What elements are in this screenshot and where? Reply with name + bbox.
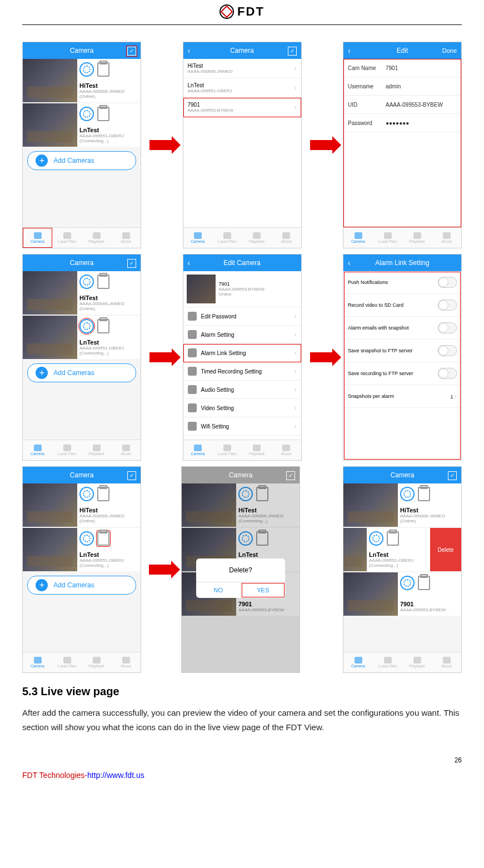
dialog-no-button[interactable]: NO — [196, 582, 241, 598]
playback-icon — [253, 232, 261, 239]
screen-camera-picker: ‹ Camera ✓ HiTestAAAA-000066-JNMED› LnTe… — [183, 42, 302, 248]
tab-playback[interactable]: Playback — [242, 228, 272, 248]
tab-playback[interactable]: Playback — [402, 228, 432, 248]
settings-item[interactable]: Alarm Setting› — [183, 326, 301, 344]
add-cameras-button[interactable]: +Add Cameras — [27, 151, 136, 170]
gear-icon[interactable] — [79, 62, 94, 77]
toggle-row: Save snapshot to FTP server — [343, 340, 461, 362]
flow-row-3: Camera✓ HiTestAAAA-000066-JNMED(Online) … — [22, 466, 462, 673]
username-input[interactable]: admin — [386, 83, 457, 89]
screen-camera-list: Camera ✓ HiTestAAAA-000066-JNMED(Online)… — [22, 42, 141, 248]
trash-icon[interactable] — [97, 487, 109, 501]
arrow-icon — [310, 140, 335, 150]
form-row: Cam Name7901 — [343, 59, 461, 77]
screen-swipe-delete: Camera✓ HiTestAAAA-000066-JNMED(Online) … — [343, 466, 462, 673]
swipe-delete-button[interactable]: Delete — [430, 528, 461, 571]
trash-icon[interactable] — [97, 319, 109, 333]
playback-icon — [93, 232, 101, 239]
back-button[interactable]: ‹ — [348, 258, 365, 267]
about-icon — [122, 232, 130, 239]
tab-local-files[interactable]: Local Files — [213, 228, 242, 248]
dialog-overlay: Delete? NOYES — [182, 483, 300, 672]
toggle-switch[interactable] — [438, 300, 457, 311]
settings-item[interactable]: Alarm Link Setting› — [183, 344, 301, 362]
password-input[interactable]: ●●●●●●● — [386, 120, 457, 126]
settings-item[interactable]: Video Setting› — [183, 399, 301, 417]
camera-card[interactable]: LnTestAAAA-099551-OBERJ(Connecting...) — [23, 316, 141, 359]
trash-icon[interactable] — [418, 487, 430, 501]
bell-icon — [188, 348, 197, 357]
tab-playback[interactable]: Playback — [82, 228, 111, 248]
trash-icon[interactable] — [97, 62, 109, 77]
tab-camera[interactable]: Camera — [23, 228, 52, 248]
wifi-icon — [188, 422, 197, 431]
trash-icon[interactable] — [97, 531, 109, 546]
tab-local-files[interactable]: Local Files — [52, 228, 82, 248]
tab-about[interactable]: About — [111, 228, 141, 248]
toggle-switch[interactable] — [438, 322, 457, 333]
trash-icon[interactable] — [418, 576, 430, 590]
tab-bar: Camera Local Files Playback About — [23, 227, 141, 248]
tab-about[interactable]: About — [432, 228, 461, 248]
list-item[interactable]: 7901AAAA-099553-BYBEW› — [183, 98, 301, 117]
edit-toggle-icon[interactable]: ✓ — [288, 47, 297, 56]
trash-icon[interactable] — [387, 531, 399, 546]
cam-name-input[interactable]: 7901 — [386, 65, 457, 71]
trash-icon[interactable] — [97, 275, 109, 289]
back-button[interactable]: ‹ — [188, 258, 204, 267]
chevron-right-icon: › — [295, 64, 297, 72]
done-button[interactable]: Done — [440, 47, 457, 54]
add-cameras-button[interactable]: +Add Cameras — [27, 576, 136, 595]
page-footer: FDT Technologies-http://www.fdt.us 26 — [0, 734, 484, 796]
edit-toggle-icon[interactable]: ✓ — [127, 259, 136, 268]
value-row[interactable]: Snapshots per alarm1 › — [343, 385, 461, 408]
add-cameras-button[interactable]: +Add Cameras — [27, 363, 136, 382]
camera-thumbnail — [187, 275, 216, 303]
list-item[interactable]: LnTestAAAA-099551-OBERJ› — [183, 78, 301, 98]
tab-bar: Camera Local Files Playback About — [183, 227, 301, 248]
edit-toggle-icon[interactable]: ✓ — [127, 471, 136, 480]
camera-card[interactable]: LnTestAAAA-099551-OBERJ(Connecting...) — [23, 103, 141, 147]
edit-toggle-icon[interactable]: ✓ — [127, 47, 136, 56]
toggle-switch[interactable] — [438, 277, 457, 288]
footer-url[interactable]: http://www.fdt.us — [87, 771, 144, 780]
camera-icon — [355, 232, 362, 239]
gear-icon[interactable] — [369, 531, 383, 546]
settings-item[interactable]: Wifi Setting› — [183, 417, 301, 436]
gear-icon[interactable] — [79, 275, 94, 289]
navbar: ‹ Edit Done — [343, 42, 461, 59]
back-button[interactable]: ‹ — [348, 46, 365, 55]
camera-card[interactable]: HiTestAAAA-000066-JNMED(Online) — [23, 271, 141, 315]
form-row: UIDAAAA-099553-BYBEW — [343, 96, 461, 114]
uid-value: AAAA-099553-BYBEW — [386, 102, 457, 108]
gear-icon[interactable] — [400, 576, 415, 590]
list-item[interactable]: HiTestAAAA-000066-JNMED› — [183, 59, 301, 78]
settings-item[interactable]: Edit Password› — [183, 307, 301, 326]
screen-camera-list: Camera✓ HiTestAAAA-000066-JNMED(Online) … — [22, 254, 141, 461]
dialog-yes-button[interactable]: YES — [241, 582, 286, 598]
edit-toggle-icon[interactable]: ✓ — [286, 471, 295, 480]
toggle-switch[interactable] — [438, 368, 457, 379]
gear-icon[interactable] — [79, 487, 94, 501]
toggle-switch[interactable] — [438, 345, 457, 356]
back-button[interactable]: ‹ — [188, 46, 204, 55]
tab-bar: Camera Local Files Playback About — [343, 227, 461, 248]
camera-card[interactable]: HiTestAAAA-000066-JNMED(Online) — [23, 59, 141, 102]
screen-alarm-link: ‹Alarm Link Setting Push Notifications R… — [343, 254, 462, 461]
edit-toggle-icon[interactable]: ✓ — [448, 471, 457, 480]
gear-icon[interactable] — [400, 487, 415, 501]
files-icon — [63, 232, 71, 239]
screen-edit-form: ‹ Edit Done Cam Name7901 Usernameadmin U… — [343, 42, 462, 248]
settings-item[interactable]: Timed Recording Setting› — [183, 362, 301, 381]
tab-camera[interactable]: Camera — [343, 228, 373, 248]
tab-camera[interactable]: Camera — [183, 228, 213, 248]
tab-about[interactable]: About — [272, 228, 301, 248]
trash-icon[interactable] — [97, 107, 109, 121]
gear-icon[interactable] — [79, 107, 94, 121]
settings-item[interactable]: SD Card Setting› — [183, 436, 301, 440]
about-icon — [282, 232, 290, 239]
gear-icon[interactable] — [79, 531, 94, 546]
settings-item[interactable]: Audio Setting› — [183, 381, 301, 399]
tab-local-files[interactable]: Local Files — [373, 228, 402, 248]
gear-icon[interactable] — [79, 319, 94, 333]
